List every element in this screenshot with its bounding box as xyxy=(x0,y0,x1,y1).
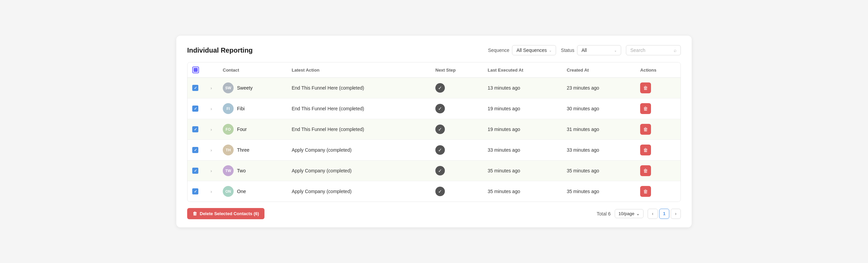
table-row: › ON One Apply Company (completed) ✓ 35 … xyxy=(188,181,680,202)
sequence-dropdown[interactable]: All Sequences ⌄ xyxy=(512,45,556,55)
latest-action-6: Apply Company (completed) xyxy=(292,189,352,194)
row-created-at-cell: 31 minutes ago xyxy=(562,119,635,140)
search-icon: ⌕ xyxy=(674,48,676,53)
checkbox-inner xyxy=(194,68,198,72)
header-next-step: Next Step xyxy=(431,62,483,78)
next-step-icon-2: ✓ xyxy=(435,104,445,113)
row-expand-cell: › xyxy=(204,181,218,202)
header-contact: Contact xyxy=(218,62,287,78)
expand-icon-2[interactable]: › xyxy=(211,107,212,111)
page-footer: 🗑 Delete Selected Contacts (6) Total 6 1… xyxy=(187,208,681,219)
delete-selected-button[interactable]: 🗑 Delete Selected Contacts (6) xyxy=(187,208,264,219)
row-created-at-cell: 30 minutes ago xyxy=(562,98,635,119)
page-title: Individual Reporting xyxy=(187,46,253,54)
select-all-checkbox[interactable] xyxy=(192,67,199,73)
row-created-at-cell: 35 minutes ago xyxy=(562,181,635,202)
header-latest-action: Latest Action xyxy=(287,62,431,78)
row-expand-cell: › xyxy=(204,78,218,98)
contact-name-6: One xyxy=(237,189,246,194)
expand-icon-5[interactable]: › xyxy=(211,169,212,173)
table-row: › TW Two Apply Company (completed) ✓ 35 … xyxy=(188,161,680,181)
row-expand-cell: › xyxy=(204,98,218,119)
expand-icon-1[interactable]: › xyxy=(211,86,212,91)
row-next-step-cell: ✓ xyxy=(431,78,483,98)
row-last-executed-cell: 19 minutes ago xyxy=(483,98,562,119)
last-executed-2: 19 minutes ago xyxy=(488,106,520,111)
row-next-step-cell: ✓ xyxy=(431,119,483,140)
created-at-3: 31 minutes ago xyxy=(567,127,599,132)
main-container: Individual Reporting Sequence All Sequen… xyxy=(176,36,692,227)
row-checkbox-5[interactable] xyxy=(192,168,198,174)
search-box[interactable]: ⌕ xyxy=(626,45,681,55)
row-checkbox-6[interactable] xyxy=(192,188,198,194)
latest-action-3: End This Funnel Here (completed) xyxy=(292,127,364,132)
row-last-executed-cell: 33 minutes ago xyxy=(483,140,562,161)
avatar-2: FI xyxy=(223,103,234,114)
row-checkbox-1[interactable] xyxy=(192,85,198,91)
row-actions-cell: 🗑 xyxy=(635,78,680,98)
row-latest-action-cell: Apply Company (completed) xyxy=(287,181,431,202)
row-expand-cell: › xyxy=(204,140,218,161)
row-checkbox-cell xyxy=(188,140,204,161)
last-executed-6: 35 minutes ago xyxy=(488,189,520,194)
current-page-button[interactable]: 1 xyxy=(659,209,669,219)
row-checkbox-cell xyxy=(188,78,204,98)
row-latest-action-cell: End This Funnel Here (completed) xyxy=(287,78,431,98)
row-contact-cell: FO Four xyxy=(218,119,287,140)
row-next-step-cell: ✓ xyxy=(431,161,483,181)
row-actions-cell: 🗑 xyxy=(635,140,680,161)
row-checkbox-4[interactable] xyxy=(192,147,198,153)
row-created-at-cell: 23 minutes ago xyxy=(562,78,635,98)
delete-row-button-5[interactable]: 🗑 xyxy=(640,165,651,176)
table-row: › SW Sweety End This Funnel Here (comple… xyxy=(188,78,680,98)
row-contact-cell: SW Sweety xyxy=(218,78,287,98)
row-checkbox-cell xyxy=(188,181,204,202)
row-actions-cell: 🗑 xyxy=(635,98,680,119)
last-executed-1: 13 minutes ago xyxy=(488,85,520,91)
next-page-button[interactable]: › xyxy=(671,209,681,219)
status-control: Status All ⌄ xyxy=(561,45,621,55)
last-executed-4: 33 minutes ago xyxy=(488,147,520,153)
row-contact-cell: TH Three xyxy=(218,140,287,161)
row-checkbox-3[interactable] xyxy=(192,126,198,132)
row-checkbox-cell xyxy=(188,98,204,119)
status-dropdown[interactable]: All ⌄ xyxy=(577,45,621,55)
next-step-icon-3: ✓ xyxy=(435,125,445,134)
per-page-chevron-icon: ⌄ xyxy=(636,211,640,216)
delete-row-button-4[interactable]: 🗑 xyxy=(640,145,651,155)
row-latest-action-cell: Apply Company (completed) xyxy=(287,161,431,181)
row-latest-action-cell: End This Funnel Here (completed) xyxy=(287,119,431,140)
expand-icon-4[interactable]: › xyxy=(211,148,212,153)
delete-row-button-3[interactable]: 🗑 xyxy=(640,124,651,135)
next-step-icon-1: ✓ xyxy=(435,83,445,93)
status-value: All xyxy=(581,48,587,53)
header-created-at: Created At xyxy=(562,62,635,78)
expand-icon-6[interactable]: › xyxy=(211,189,212,194)
row-last-executed-cell: 35 minutes ago xyxy=(483,161,562,181)
row-created-at-cell: 35 minutes ago xyxy=(562,161,635,181)
header-expand-cell xyxy=(204,62,218,78)
pagination-controls: Total 6 10/page ⌄ ‹ 1 › xyxy=(597,209,681,219)
avatar-4: TH xyxy=(223,145,234,155)
data-table: Contact Latest Action Next Step Last Exe… xyxy=(188,62,680,202)
page-navigation: ‹ 1 › xyxy=(648,209,681,219)
row-checkbox-2[interactable] xyxy=(192,106,198,112)
avatar-3: FO xyxy=(223,124,234,135)
delete-row-button-6[interactable]: 🗑 xyxy=(640,186,651,197)
per-page-dropdown[interactable]: 10/page ⌄ xyxy=(615,209,644,218)
delete-row-button-1[interactable]: 🗑 xyxy=(640,82,651,93)
row-latest-action-cell: Apply Company (completed) xyxy=(287,140,431,161)
prev-page-button[interactable]: ‹ xyxy=(648,209,658,219)
contact-name-2: Fibi xyxy=(237,106,245,111)
avatar-1: SW xyxy=(223,82,234,93)
header-last-executed: Last Executed At xyxy=(483,62,562,78)
delete-row-button-2[interactable]: 🗑 xyxy=(640,103,651,114)
row-latest-action-cell: End This Funnel Here (completed) xyxy=(287,98,431,119)
expand-icon-3[interactable]: › xyxy=(211,127,212,132)
row-last-executed-cell: 35 minutes ago xyxy=(483,181,562,202)
search-input[interactable] xyxy=(630,48,671,53)
delete-selected-label: Delete Selected Contacts (6) xyxy=(200,211,259,216)
row-actions-cell: 🗑 xyxy=(635,181,680,202)
contact-name-3: Four xyxy=(237,127,247,132)
sequence-control: Sequence All Sequences ⌄ xyxy=(488,45,556,55)
